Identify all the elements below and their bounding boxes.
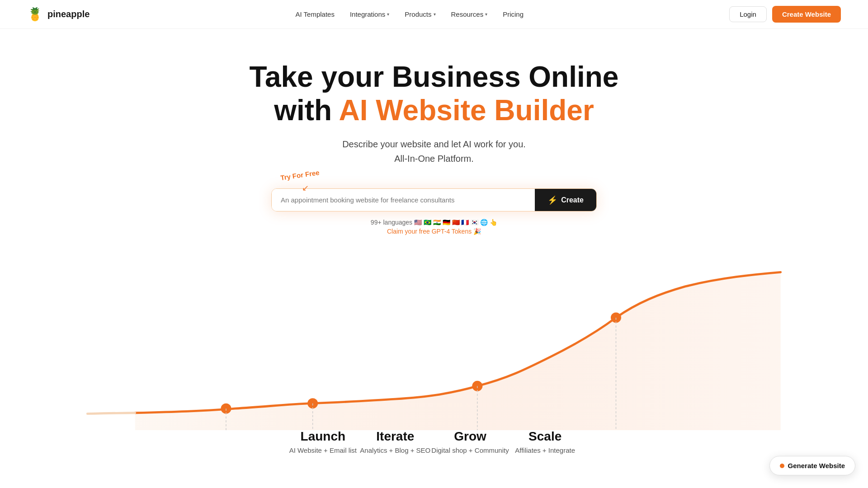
growth-chart	[18, 262, 850, 434]
login-button[interactable]: Login	[729, 6, 767, 22]
nav-item-products[interactable]: Products ▾	[398, 7, 442, 22]
lightning-icon: ⚡	[547, 195, 557, 205]
brand-name: pineapple	[47, 9, 90, 19]
stage-launch-name: Launch	[301, 429, 346, 444]
stage-scale: Scale Affiliates + Integrate	[509, 429, 581, 454]
chevron-down-icon: ▾	[434, 12, 436, 17]
stage-iterate-desc: Analytics + Blog + SEO	[360, 446, 430, 454]
nav-link-pricing[interactable]: Pricing	[496, 7, 530, 22]
svg-point-0	[221, 404, 231, 414]
navbar: 🍍 pineapple AI Templates Integrations ▾ …	[0, 0, 868, 29]
nav-link-resources[interactable]: Resources ▾	[445, 7, 494, 22]
logo-icon: 🍍	[27, 7, 43, 22]
nav-item-resources[interactable]: Resources ▾	[445, 7, 494, 22]
nav-item-pricing[interactable]: Pricing	[496, 7, 530, 22]
stage-launch-desc: AI Website + Email list	[289, 446, 357, 454]
nav-link-ai-templates[interactable]: AI Templates	[289, 7, 340, 22]
search-area: Try For Free ↙ ⚡ Create 99+ languages 🇺🇸…	[253, 188, 615, 235]
stage-grow-name: Grow	[454, 429, 486, 444]
hero-section: Take your Business Online with AI Websit…	[0, 29, 868, 454]
claim-gpt-link[interactable]: Claim your free GPT-4 Tokens 🎉	[387, 228, 481, 235]
stage-scale-name: Scale	[528, 429, 561, 444]
hero-title-highlight: AI Website Builder	[339, 94, 594, 127]
chevron-down-icon: ▾	[485, 12, 487, 17]
language-line: 99+ languages 🇺🇸 🇧🇷 🇮🇳 🇩🇪 🇨🇳 🇫🇷 🇰🇷 🌐 👆	[371, 219, 497, 226]
nav-item-ai-templates[interactable]: AI Templates	[289, 7, 340, 22]
website-description-input[interactable]	[272, 189, 535, 211]
nav-link-products[interactable]: Products ▾	[398, 7, 442, 22]
stage-labels: Launch AI Website + Email list Iterate A…	[170, 429, 698, 454]
stage-grow-desc: Digital shop + Community	[431, 446, 509, 454]
ai-create-button[interactable]: ⚡ Create	[535, 189, 596, 211]
search-container: ⚡ Create	[271, 188, 597, 211]
hero-title: Take your Business Online with AI Websit…	[250, 61, 619, 127]
nav-item-integrations[interactable]: Integrations ▾	[344, 7, 396, 22]
try-free-label: Try For Free	[280, 169, 320, 182]
nav-link-integrations[interactable]: Integrations ▾	[344, 7, 396, 22]
nav-links: AI Templates Integrations ▾ Products ▾ R…	[289, 7, 530, 22]
stage-grow: Grow Digital shop + Community	[431, 429, 509, 454]
stage-launch: Launch AI Website + Email list	[287, 429, 359, 454]
svg-point-1	[307, 398, 318, 408]
brand-logo[interactable]: 🍍 pineapple	[27, 7, 90, 22]
chevron-down-icon: ▾	[387, 12, 389, 17]
try-free-arrow-icon: ↙	[302, 183, 309, 193]
nav-actions: Login Create Website	[729, 6, 841, 23]
create-website-button[interactable]: Create Website	[772, 6, 841, 23]
stage-iterate-name: Iterate	[376, 429, 414, 444]
stage-iterate: Iterate Analytics + Blog + SEO	[359, 429, 431, 454]
stage-scale-desc: Affiliates + Integrate	[515, 446, 575, 454]
hero-subtitle: Describe your website and let AI work fo…	[342, 137, 526, 166]
